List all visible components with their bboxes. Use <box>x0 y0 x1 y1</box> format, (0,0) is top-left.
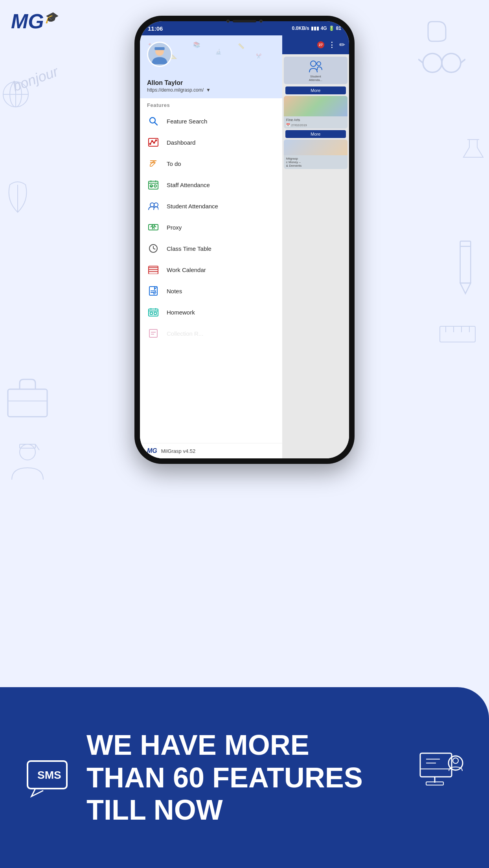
svg-point-36 <box>150 143 151 145</box>
svg-text:📏: 📏 <box>238 43 245 50</box>
more-options-icon[interactable]: ⋮ <box>328 40 335 49</box>
menu-label-class-timetable: Class Time Table <box>167 245 211 252</box>
menu-label-proxy: Proxy <box>167 224 182 231</box>
svg-text:🔬: 🔬 <box>215 49 222 55</box>
menu-item-feature-search[interactable]: Feature Search <box>140 110 282 132</box>
card-student-icon <box>309 59 323 73</box>
work-calendar-icon <box>147 263 160 276</box>
svg-line-3 <box>418 59 423 63</box>
user-avatar <box>147 42 172 67</box>
fine-arts-label: Fine Arts <box>284 116 347 123</box>
svg-text:SMS: SMS <box>37 769 61 781</box>
homework-icon <box>147 306 160 318</box>
banner-line-3: TILL NOW <box>86 794 363 826</box>
todo-icon <box>147 157 160 170</box>
features-icon-container <box>418 751 465 804</box>
dashboard-icon <box>147 136 160 149</box>
logo-cap: 🎓 <box>44 11 58 24</box>
menu-item-partially-visible[interactable]: Collection R... <box>140 323 282 344</box>
menu-label-student-attendance: Student Attendance <box>167 203 218 210</box>
svg-rect-67 <box>154 312 156 314</box>
battery-level: 81 <box>336 26 341 31</box>
features-section-label: Features <box>140 98 282 110</box>
footer-version: MilGrasp v4.52 <box>161 448 195 454</box>
menu-item-staff-attendance[interactable]: Staff Attendance <box>140 174 282 195</box>
svg-rect-68 <box>149 329 157 337</box>
svg-line-22 <box>35 444 39 450</box>
status-time: 11:06 <box>148 25 163 32</box>
menu-label-notes: Notes <box>167 288 182 294</box>
timetable-icon <box>147 242 160 255</box>
phone-mockup: 11:06 0.0KB/s ▮▮▮ 4G 🔋 81 ✏️ <box>134 16 355 464</box>
banner-line-1: WE HAVE MORE <box>86 729 363 761</box>
svg-point-49 <box>154 203 158 207</box>
svg-point-20 <box>20 444 35 460</box>
menu-item-student-attendance[interactable]: Student Attendance <box>140 195 282 217</box>
menu-label-todo: To do <box>167 160 181 167</box>
more-button-2[interactable]: More <box>285 130 346 138</box>
more-button[interactable]: More <box>285 86 346 94</box>
doodle-paperclip <box>426 20 450 43</box>
menu-item-work-calendar[interactable]: Work Calendar <box>140 259 282 280</box>
svg-point-47 <box>154 185 156 187</box>
phone-camera-row <box>226 20 263 23</box>
person-card-label: Milgraspc Money –& Demerits <box>284 155 347 169</box>
features-icon <box>418 751 465 802</box>
menu-item-todo[interactable]: To do <box>140 153 282 174</box>
svg-marker-6 <box>460 283 471 294</box>
drawer-footer: MG MilGrasp v4.52 <box>140 443 282 458</box>
menu-label-feature-search: Feature Search <box>167 118 207 125</box>
doodle-flask <box>461 138 485 161</box>
svg-point-72 <box>317 62 321 66</box>
svg-line-54 <box>153 248 155 249</box>
menu-label-partially-visible: Collection R... <box>167 330 203 337</box>
sms-icon: SMS <box>24 753 71 800</box>
partially-visible-icon <box>147 327 160 340</box>
notes-icon <box>147 285 160 297</box>
menu-item-dashboard[interactable]: Dashboard <box>140 132 282 153</box>
fine-arts-date-row: 📅 27/02/2019 <box>284 123 347 129</box>
speaker-bar <box>233 20 256 22</box>
svg-line-34 <box>155 123 158 125</box>
battery-icon: 🔋 <box>329 26 335 31</box>
footer-logo: MG <box>147 447 157 454</box>
svg-rect-9 <box>440 326 475 342</box>
camera-dot <box>226 20 230 23</box>
menu-label-staff-attendance: Staff Attendance <box>167 182 210 188</box>
menu-item-class-timetable[interactable]: Class Time Table <box>140 238 282 259</box>
banner-text-container: WE HAVE MORE THAN 60 FEATURES TILL NOW <box>86 729 363 826</box>
edit-icon[interactable]: ✏ <box>339 40 345 49</box>
network-type: 4G <box>321 26 327 31</box>
proxy-icon <box>147 221 160 234</box>
signal-bars: ▮▮▮ <box>311 26 319 31</box>
avatar-image <box>148 42 171 67</box>
doodle-ruler <box>438 314 477 354</box>
doodle-pencil <box>450 236 481 299</box>
student-attendance-card: StudentAttenda... <box>284 57 347 84</box>
doodle-grad-person <box>4 440 51 487</box>
svg-point-39 <box>156 140 157 141</box>
menu-item-notes[interactable]: Notes <box>140 280 282 302</box>
menu-item-homework[interactable]: Homework <box>140 302 282 323</box>
svg-point-37 <box>152 141 153 142</box>
svg-point-48 <box>150 203 154 207</box>
bottom-banner: SMS WE HAVE MORE THAN 60 FEATURES TILL N… <box>0 687 489 868</box>
sensor-dot <box>259 20 263 23</box>
menu-item-proxy[interactable]: Proxy <box>140 217 282 238</box>
svg-point-0 <box>423 53 442 72</box>
svg-line-4 <box>461 59 465 63</box>
svg-rect-18 <box>8 389 47 417</box>
person-card: Milgraspc Money –& Demerits <box>284 140 347 169</box>
banner-line-2: THAN 60 FEATURES <box>86 761 363 794</box>
svg-text:✂️: ✂️ <box>256 53 262 59</box>
svg-point-38 <box>154 142 155 143</box>
network-speed: 0.0KB/s <box>292 26 309 31</box>
student-attendance-card-label: StudentAttenda... <box>309 75 322 82</box>
svg-rect-75 <box>420 753 452 777</box>
app-logo: MG🎓 <box>11 11 58 31</box>
phone-content: ✏️ 📐 📚 🔬 📏 ✂️ <box>140 35 349 458</box>
phone-screen: 11:06 0.0KB/s ▮▮▮ 4G 🔋 81 ✏️ <box>140 21 349 458</box>
student-attendance-icon <box>147 200 160 212</box>
sms-icon-container: SMS <box>24 753 71 802</box>
fine-arts-card: Fine Arts 📅 27/02/2019 <box>284 96 347 129</box>
